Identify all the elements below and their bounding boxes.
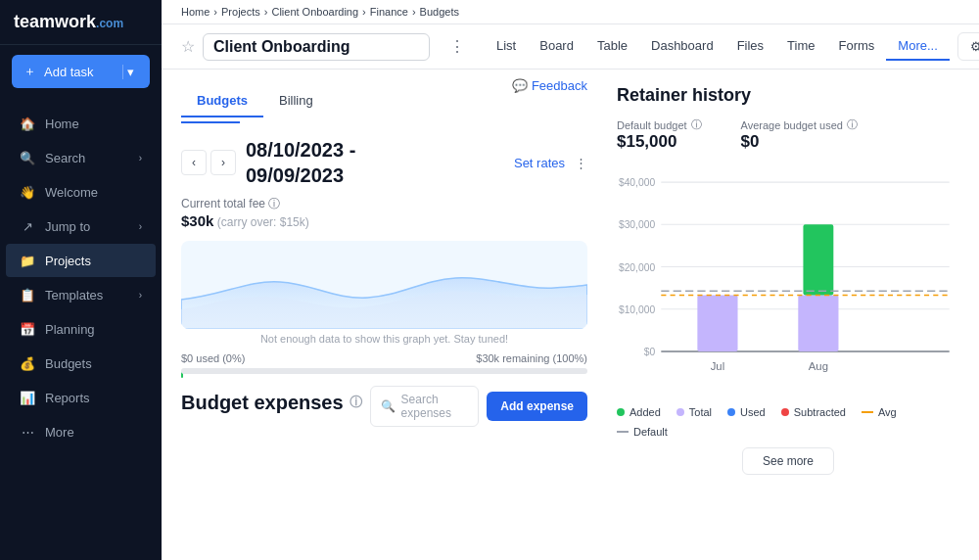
sidebar-item-label: Reports [45,391,90,405]
legend-added: Added [617,406,661,418]
tab-dashboard[interactable]: Dashboard [639,32,725,61]
breadcrumb-budgets: Budgets [420,6,459,18]
sidebar-item-label: Planning [45,322,95,337]
default-budget-meta: Default budget ⓘ $15,000 [617,117,702,152]
add-task-caret[interactable]: ▾ [122,65,138,79]
legend-avg-label: Avg [878,406,897,418]
budget-expenses-title: Budget expenses ⓘ [181,392,362,414]
sidebar-item-label: More [45,425,74,440]
breadcrumb-home[interactable]: Home [181,6,210,18]
tab-table[interactable]: Table [585,32,639,61]
legend-subtracted-label: Subtracted [794,406,846,418]
sidebar-item-label: Jump to [45,219,90,234]
tab-forms[interactable]: Forms [826,32,886,61]
tab-billing[interactable]: Billing [263,85,329,117]
feedback-button[interactable]: 💬 Feedback [512,78,587,93]
period-navigation: ‹ › [181,150,236,175]
svg-rect-11 [798,295,838,351]
tab-time[interactable]: Time [775,32,826,61]
retainer-meta: Default budget ⓘ $15,000 Average budget … [617,117,959,152]
breadcrumb-sep: › [412,6,416,18]
budget-expenses-section: Budget expenses ⓘ 🔍 Search expenses Add … [181,386,587,427]
chart-no-data-text: Not enough data to show this graph yet. … [181,333,587,345]
project-title-input[interactable] [203,33,430,61]
add-task-button[interactable]: ＋ Add task ▾ [12,55,150,88]
star-icon[interactable]: ☆ [181,37,195,56]
default-budget-value: $15,000 [617,132,702,152]
sidebar-item-label: Welcome [45,185,98,200]
sidebar-item-more[interactable]: ⋯ More [6,415,156,448]
tab-budgets[interactable]: Budgets [181,85,263,117]
avg-budget-meta: Average budget used ⓘ $0 [741,117,858,152]
sidebar-item-projects[interactable]: 📁 Projects [6,244,156,277]
breadcrumb-sep: › [362,6,366,18]
legend-subtracted: Subtracted [781,406,846,418]
subtracted-color [781,408,789,416]
current-fee-value: $30k [181,212,213,229]
breadcrumb: Home › Projects › Client Onboarding › Fi… [162,0,979,24]
automate-icon: ⚙ [970,39,979,54]
search-icon: 🔍 [381,399,396,413]
logo-text: teamwork.com [14,12,123,31]
breadcrumb-sep: › [213,6,217,18]
sidebar-item-jump-to[interactable]: ↗ Jump to › [6,210,156,243]
retainer-title: Retainer history [617,85,959,106]
chevron-right-icon: › [139,153,142,163]
sidebar-item-reports[interactable]: 📊 Reports [6,381,156,414]
sidebar-item-templates[interactable]: 📋 Templates › [6,278,156,311]
tab-list[interactable]: List [485,32,528,61]
period-next-button[interactable]: › [210,150,236,175]
reports-icon: 📊 [20,390,35,405]
sidebar-item-label: Home [45,117,79,131]
feedback-label: Feedback [532,78,587,93]
period-options-icon[interactable]: ⋮ [575,156,587,170]
search-icon: 🔍 [20,150,35,165]
period-title: 08/10/2023 - 09/09/2023 [246,137,355,188]
search-expenses-input[interactable]: 🔍 Search expenses [370,386,480,427]
sidebar-logo: teamwork.com [0,0,162,45]
breadcrumb-projects[interactable]: Projects [221,6,260,18]
set-rates-button[interactable]: Set rates [514,156,565,170]
default-budget-label: Default budget ⓘ [617,117,702,132]
tab-files[interactable]: Files [725,32,775,61]
home-icon: 🏠 [20,116,35,131]
sidebar-item-home[interactable]: 🏠 Home [6,107,156,140]
see-more-button[interactable]: See more [742,447,834,475]
sidebar-item-planning[interactable]: 📅 Planning [6,312,156,346]
more-icon: ⋯ [20,424,35,440]
search-placeholder: Search expenses [401,393,469,420]
sidebar-item-search[interactable]: 🔍 Search › [6,141,156,174]
remaining-label: $30k remaining (100%) [476,352,587,364]
legend-total-label: Total [689,406,712,418]
breadcrumb-finance[interactable]: Finance [370,6,408,18]
budget-section: Budgets Billing 💬 Feedback ‹ › 08/10/202… [162,70,607,560]
budget-progress-bar [181,368,587,374]
added-color [617,408,625,416]
content-area: Budgets Billing 💬 Feedback ‹ › 08/10/202… [162,70,979,560]
tab-board[interactable]: Board [528,32,585,61]
chevron-right-icon: › [139,221,142,232]
project-header: ☆ ⋮ List Board Table Dashboard Files Tim… [162,24,979,70]
budgets-icon: 💰 [20,355,35,371]
set-rates-label: Set rates [514,156,565,170]
svg-text:$30,000: $30,000 [619,219,655,230]
budget-chart [181,241,587,329]
main-area: Home › Projects › Client Onboarding › Fi… [162,0,979,560]
breadcrumb-client[interactable]: Client Onboarding [271,6,358,18]
legend-used-label: Used [740,406,766,418]
legend-default-label: Default [633,426,668,438]
legend-total: Total [676,406,712,418]
total-color [676,408,684,416]
sidebar-item-budgets[interactable]: 💰 Budgets [6,347,156,380]
tab-more[interactable]: More... [886,32,949,61]
period-prev-button[interactable]: ‹ [181,150,207,175]
current-fee-label: Current total fee [181,197,265,210]
project-nav-tabs: List Board Table Dashboard Files Time Fo… [485,32,950,61]
retainer-chart: $40,000 $30,000 $20,000 $10,000 $0 [617,163,959,398]
add-expense-button[interactable]: Add expense [487,392,587,421]
svg-rect-12 [803,224,833,295]
retainer-chart-svg: $40,000 $30,000 $20,000 $10,000 $0 [617,163,959,398]
automate-button[interactable]: ⚙ Automate ▾ [957,32,979,61]
sidebar-item-welcome[interactable]: 👋 Welcome [6,175,156,209]
legend-used: Used [727,406,766,418]
